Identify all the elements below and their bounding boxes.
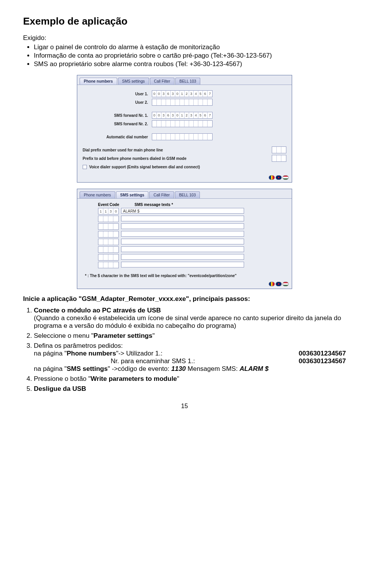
sms-text-input[interactable] [121,223,244,229]
sms-footnote: * : The $ character in the SMS text will… [85,274,286,278]
step-5: Desligue da USB [34,385,346,393]
flag-uk-icon[interactable] [276,282,282,286]
sms-text-input[interactable] [121,239,244,244]
tab-call-filter-2[interactable]: Call Filter [149,191,174,198]
sms-row [98,231,286,238]
tab-sms-settings-2[interactable]: SMS settings [116,191,149,198]
instructions-heading: Inicie a aplicação "GSM_Adapter_Remoter_… [23,295,346,303]
auto-dial-label: Automatic dial number [83,135,152,139]
tabs-bar-2: Phone numbers SMS settings Call Filter B… [77,189,292,199]
sms-text-input[interactable] [121,254,244,260]
event-code-input[interactable]: 1130 [98,208,119,214]
doc-title: Exemplo de aplicação [23,15,346,27]
tab-phone-numbers[interactable]: Phone numbers [80,78,117,85]
user2-label: User 2. [83,100,152,105]
smsfw2-input[interactable] [152,120,213,127]
voice-dialer-label: Voice dialer support (Emits signal betwe… [89,165,200,169]
event-code-input[interactable] [98,254,119,261]
requirements-list: Ligar o painel de controlo do alarme à e… [23,43,346,68]
phone-numbers-panel: Phone numbers SMS settings Call Filter B… [77,75,292,183]
flag-ro-icon[interactable] [269,175,275,180]
sms-text-header: SMS message texts * [135,203,173,207]
gsm-prefix-input[interactable] [272,155,286,162]
tabs-bar: Phone numbers SMS settings Call Filter B… [77,75,292,85]
sms-text-input[interactable]: ALARM $ [121,208,244,214]
auto-dial-input[interactable] [152,133,213,140]
tab-phone-numbers-2[interactable]: Phone numbers [80,191,115,198]
sms-row: 1130 ALARM $ [98,208,286,214]
sms-row [98,262,286,268]
list-item: Informação de conta ao proprietário sobr… [34,52,346,60]
user2-input[interactable] [152,99,213,106]
event-code-input[interactable] [98,239,119,245]
sms-row [98,223,286,230]
event-code-input[interactable] [98,262,119,268]
language-flags-2 [269,282,289,286]
user1-input[interactable]: 0036301234567 [152,90,213,97]
sms-row [98,254,286,261]
steps-list: Conecte o módulo ao PC através de USB (Q… [23,307,346,393]
event-code-input[interactable] [98,231,119,238]
smsfw1-input[interactable]: 0036301234567 [152,112,213,119]
sms-settings-panel: Phone numbers SMS settings Call Filter B… [77,189,292,289]
flag-hu-icon[interactable] [283,175,289,180]
sms-row [98,216,286,222]
sms-text-input[interactable] [121,216,244,221]
gsm-prefix-label: Prefix to add before phone numbers diale… [83,156,272,161]
tab-call-filter[interactable]: Call Filter [150,78,175,85]
flag-ro-icon[interactable] [269,282,275,286]
step-3: Defina os parâmetros pedidos: na página … [34,342,346,373]
flag-uk-icon[interactable] [276,175,282,180]
step-1: Conecte o módulo ao PC através de USB (Q… [34,307,346,330]
sms-row [98,246,286,253]
list-item: SMS ao proprietário sobre alarme contra … [34,60,346,68]
dial-prefix-input[interactable] [272,146,286,153]
sms-text-input[interactable] [121,246,244,252]
tab-bell-103-2[interactable]: BELL 103 [175,191,200,198]
sms-text-input[interactable] [121,262,244,267]
language-flags [269,175,289,180]
event-code-input[interactable] [98,223,119,230]
list-item: Ligar o painel de controlo do alarme à e… [34,43,346,51]
step-4: Pressione o botão "Write parameters to m… [34,375,346,383]
tab-bell-103[interactable]: BELL 103 [175,78,201,85]
flag-hu-icon[interactable] [283,282,289,286]
smsfw1-label: SMS forward Nr. 1. [83,113,152,118]
tab-sms-settings[interactable]: SMS settings [118,78,149,85]
step-2: Seleccione o menu "Parameter settings" [34,332,346,340]
page-number: 15 [23,403,346,410]
smsfw2-label: SMS forward Nr. 2. [83,122,152,126]
voice-dialer-checkbox[interactable] [83,165,87,169]
exigido-label: Exigido: [23,34,346,42]
dial-prefix-label: Dial prefix number used for main phone l… [83,148,272,152]
sms-row [98,239,286,245]
user1-label: User 1. [83,92,152,96]
event-code-input[interactable] [98,216,119,222]
sms-text-input[interactable] [121,231,244,237]
event-code-header: Event Code [98,203,119,207]
event-code-input[interactable] [98,246,119,253]
